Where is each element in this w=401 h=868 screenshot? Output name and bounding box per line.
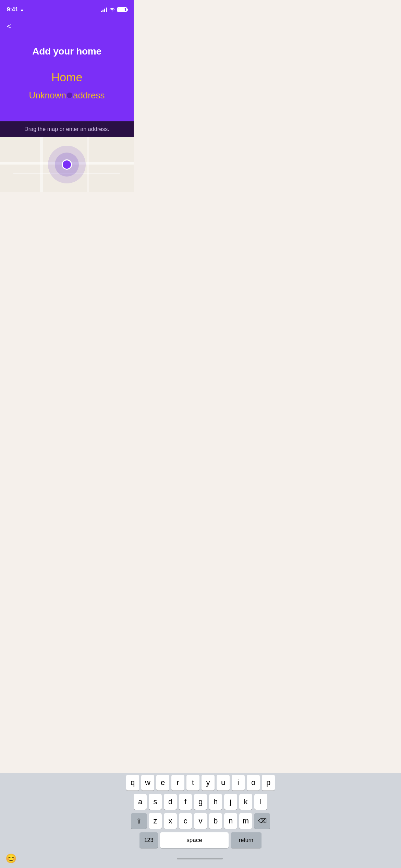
back-button[interactable]: < <box>7 21 14 32</box>
instruction-banner: Drag the map or enter an address. <box>0 121 134 137</box>
signal-bars-icon <box>101 7 107 12</box>
home-name-input[interactable] <box>10 71 123 84</box>
map-pin-dot <box>62 159 72 170</box>
status-time: 9:41 <box>7 6 18 13</box>
map-pin <box>48 146 86 183</box>
unknown-address-text: Unknownaddress <box>29 90 105 100</box>
battery-icon <box>117 7 127 12</box>
map-pin-inner-shadow <box>55 153 79 177</box>
page-title: Add your home <box>32 46 101 57</box>
map-area[interactable] <box>0 137 134 192</box>
map-road-vertical <box>40 137 43 192</box>
cursor-dot <box>67 93 72 98</box>
address-display: Unknownaddress <box>29 90 105 101</box>
purple-section: Add your home Unknownaddress <box>0 39 134 121</box>
status-icons <box>101 7 127 13</box>
header: < <box>0 17 134 39</box>
location-arrow-icon: ▲ <box>20 7 24 12</box>
wifi-icon <box>109 7 115 13</box>
map-road-vertical-2 <box>87 137 89 192</box>
instruction-text: Drag the map or enter an address. <box>24 126 109 132</box>
map-pin-shadow <box>48 146 86 183</box>
status-bar: 9:41 ▲ <box>0 0 134 17</box>
